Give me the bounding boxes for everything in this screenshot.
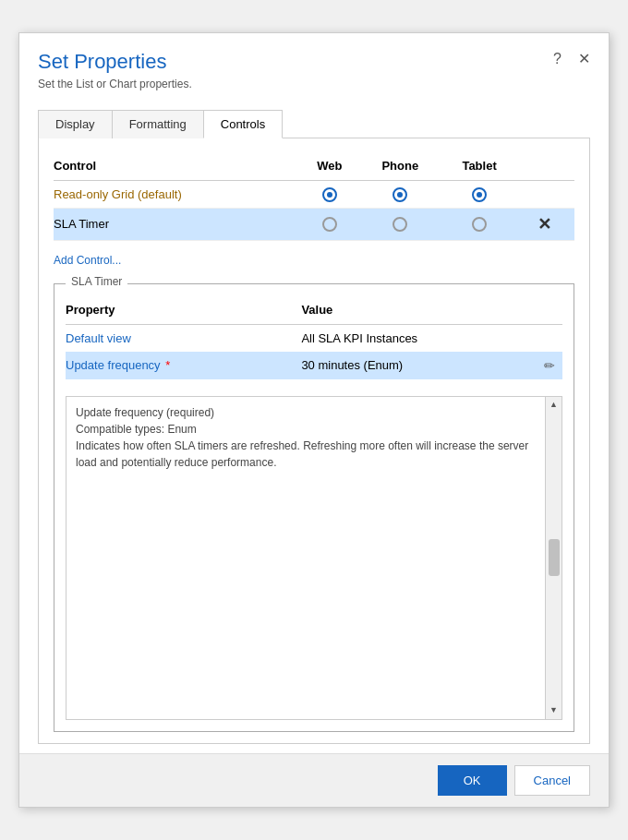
col-web: Web: [303, 153, 363, 181]
sla-legend: SLA Timer: [66, 275, 127, 288]
web-radio-cell[interactable]: [303, 208, 363, 240]
control-name-link[interactable]: Read-only Grid (default): [54, 187, 182, 201]
control-name-plain: SLA Timer: [54, 217, 109, 231]
description-text: Update frequency (required)Compatible ty…: [76, 406, 528, 469]
tabs-row: Display Formatting Controls: [38, 109, 590, 138]
phone-radio-cell[interactable]: [363, 208, 444, 240]
col-phone: Phone: [363, 153, 444, 181]
col-remove: [522, 153, 574, 181]
set-properties-dialog: Set Properties Set the List or Chart pro…: [18, 32, 610, 808]
scrollbar[interactable]: ▲ ▼: [545, 397, 562, 719]
control-name-cell: Read-only Grid (default): [54, 181, 303, 209]
scroll-up-arrow[interactable]: ▲: [548, 399, 561, 412]
tablet-radio-empty[interactable]: [472, 217, 487, 232]
remove-button[interactable]: ✕: [534, 214, 555, 234]
prop-header: Property: [66, 299, 301, 325]
prop-value-cell: 30 minutes (Enum) ✏: [301, 352, 562, 379]
tablet-radio-cell[interactable]: [444, 181, 522, 209]
tablet-radio-filled[interactable]: [472, 187, 487, 202]
prop-value-cell: All SLA KPI Instances: [301, 324, 562, 352]
table-row: SLA Timer ✕: [54, 208, 574, 240]
add-control-link[interactable]: Add Control...: [54, 254, 574, 267]
phone-radio-filled[interactable]: [392, 187, 407, 202]
tablet-radio-cell[interactable]: [444, 208, 522, 240]
phone-radio-empty[interactable]: [392, 217, 407, 232]
scroll-down-arrow[interactable]: ▼: [548, 704, 561, 717]
dialog-window-controls: ? ✕: [550, 48, 594, 69]
tab-display[interactable]: Display: [38, 110, 113, 138]
web-radio-cell[interactable]: [303, 181, 363, 209]
phone-radio-cell[interactable]: [363, 181, 444, 209]
dialog-subtitle: Set the List or Chart properties.: [38, 78, 590, 90]
prop-name-cell: Default view: [66, 324, 301, 352]
web-radio-filled[interactable]: [322, 187, 337, 202]
content-area: Control Web Phone Tablet Read-only Grid …: [38, 138, 590, 744]
cancel-button[interactable]: Cancel: [514, 765, 590, 796]
col-tablet: Tablet: [444, 153, 522, 181]
dialog-title: Set Properties: [38, 50, 590, 74]
prop-value: 30 minutes (Enum): [301, 358, 403, 372]
table-row: Read-only Grid (default): [54, 181, 574, 209]
prop-name-link[interactable]: Default view: [66, 331, 131, 345]
edit-icon[interactable]: ✏: [544, 358, 555, 373]
ok-button[interactable]: OK: [438, 765, 507, 796]
prop-row: Default view All SLA KPI Instances: [66, 324, 562, 352]
dialog-footer: OK Cancel: [19, 753, 609, 807]
required-marker: *: [165, 358, 170, 372]
description-box: Update frequency (required)Compatible ty…: [66, 396, 562, 720]
property-table: Property Value Default view All SLA KPI …: [66, 299, 562, 379]
tab-formatting[interactable]: Formatting: [112, 110, 204, 138]
dialog-header: Set Properties Set the List or Chart pro…: [19, 33, 609, 100]
control-name-cell: SLA Timer: [54, 208, 303, 240]
remove-cell[interactable]: ✕: [522, 208, 574, 240]
controls-table: Control Web Phone Tablet Read-only Grid …: [54, 153, 574, 241]
prop-name-cell: Update frequency *: [66, 352, 301, 379]
tab-controls[interactable]: Controls: [203, 110, 283, 138]
scroll-thumb[interactable]: [549, 539, 560, 576]
close-button[interactable]: ✕: [574, 48, 594, 69]
remove-cell: [522, 181, 574, 209]
sla-timer-section: SLA Timer Property Value Default view: [54, 283, 574, 732]
prop-name-link[interactable]: Update frequency: [66, 358, 161, 372]
col-control: Control: [54, 153, 303, 181]
val-header: Value: [301, 299, 562, 325]
help-button[interactable]: ?: [550, 49, 565, 69]
prop-row[interactable]: Update frequency * 30 minutes (Enum) ✏: [66, 352, 562, 379]
web-radio-empty[interactable]: [322, 217, 337, 232]
dialog-body: Display Formatting Controls Control Web …: [19, 100, 609, 753]
